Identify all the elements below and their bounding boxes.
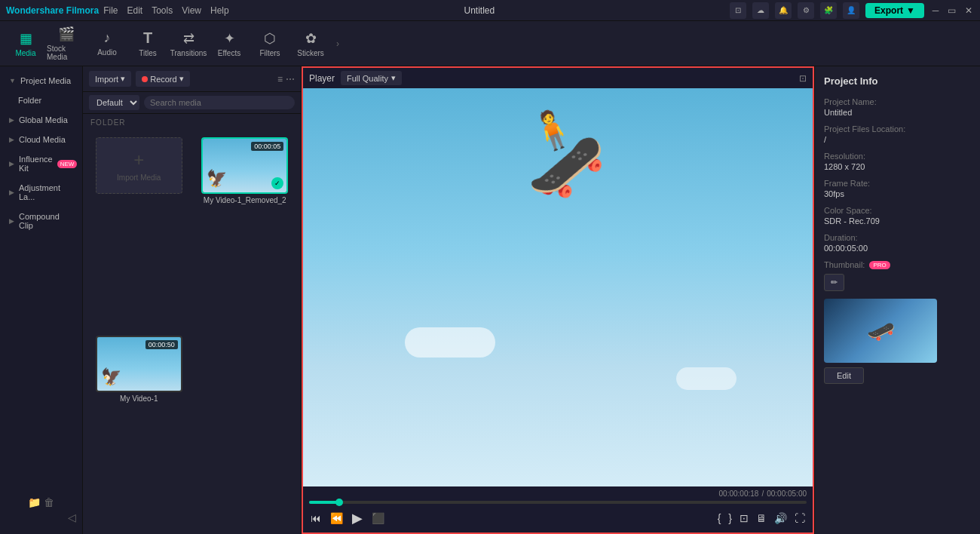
colorspace-value: SDR - Rec.709 — [824, 216, 971, 226]
sidebar-item-adjustment[interactable]: ▶ Adjustment La... — [3, 179, 79, 206]
stickers-icon: ✿ — [305, 30, 317, 47]
project-files-value: / — [824, 135, 971, 144]
main-area: ▼ Project Media Folder ▶ Global Media ▶ … — [0, 66, 980, 534]
record-label: Record — [150, 75, 176, 84]
sidebar-item-cloud-media[interactable]: ▶ Cloud Media — [3, 130, 79, 149]
titlebar-left: Wondershare Filmora File Edit Tools View… — [6, 5, 229, 16]
settings-icon[interactable]: ⚙ — [798, 2, 814, 19]
sidebar-folder-label: Folder — [18, 96, 41, 105]
import-media-placeholder[interactable]: + Import Media — [96, 137, 182, 194]
window-minimize[interactable]: ─ — [930, 5, 941, 16]
menu-edit[interactable]: Edit — [127, 5, 142, 16]
crop-button[interactable]: ⊡ — [738, 511, 750, 526]
preview-video: 🛹 🧍 — [303, 88, 813, 486]
fullscreen-button[interactable]: ⛶ — [793, 511, 807, 526]
puzzle-icon[interactable]: 🧩 — [820, 2, 837, 19]
skip-back-button[interactable]: ⏮ — [309, 511, 323, 526]
menu-file[interactable]: File — [103, 5, 118, 16]
mark-out-button[interactable]: } — [727, 511, 733, 526]
filter-icon-button[interactable]: ≡ — [277, 74, 283, 84]
toolbar-expand-button[interactable]: › — [332, 24, 344, 63]
media-filter-bar: Default — [83, 92, 301, 114]
sidebar-item-global-media[interactable]: ▶ Global Media — [3, 111, 79, 129]
chevron-icon: ▼ — [9, 77, 16, 84]
audio-icon: ♪ — [104, 30, 111, 46]
new-folder-button[interactable]: 📁 — [28, 496, 41, 508]
info-row-framerate: Frame Rate: 30fps — [824, 179, 971, 198]
thumbnail-edit-button[interactable]: Edit — [824, 367, 864, 384]
project-info-panel: Project Info Project Name: Untitled Proj… — [814, 66, 980, 534]
list-item[interactable]: 🦅 00:00:05 ✓ My Video-1_Removed_2 — [195, 137, 296, 330]
delete-button[interactable]: 🗑 — [44, 496, 54, 508]
screen-button[interactable]: 🖥 — [755, 511, 768, 526]
window-restore[interactable]: ▭ — [947, 5, 957, 16]
media-thumb[interactable]: 🦅 00:00:50 — [96, 336, 182, 392]
import-media-label: Import Media — [117, 173, 161, 182]
project-name-label: Project Name: — [824, 97, 971, 106]
media-actions: ≡ ⋯ — [277, 74, 295, 84]
search-input[interactable] — [144, 96, 295, 109]
transitions-label: Transitions — [170, 49, 207, 57]
progress-handle[interactable] — [335, 499, 343, 506]
volume-button[interactable]: 🔊 — [773, 511, 789, 526]
toolbar-item-filters[interactable]: ⬡ Filters — [250, 24, 289, 63]
cloud-shape — [405, 327, 495, 358]
export-button[interactable]: Export ▼ — [865, 3, 924, 18]
quality-select[interactable]: Full Quality ▾ — [341, 71, 402, 85]
cloud-icon[interactable]: ☁ — [752, 2, 769, 19]
more-options-button[interactable]: ⋯ — [286, 74, 295, 84]
menu-tools[interactable]: Tools — [152, 5, 173, 16]
effects-icon: ✦ — [224, 30, 235, 47]
minimize-to-tray-icon[interactable]: ⊡ — [730, 2, 746, 19]
list-item[interactable]: 🦅 00:00:50 My Video-1 — [89, 336, 189, 528]
transitions-icon: ⇄ — [183, 30, 194, 47]
info-row-files: Project Files Location: / — [824, 124, 971, 144]
menu-view[interactable]: View — [182, 5, 201, 16]
media-grid: + Import Media 🦅 00:00:05 ✓ My Video-1_R… — [83, 131, 301, 534]
list-item[interactable]: + Import Media — [89, 137, 189, 330]
player-tab[interactable]: Player — [309, 73, 335, 84]
titles-label: Titles — [139, 49, 157, 57]
collapse-panel-button[interactable]: ◁ — [68, 511, 76, 523]
media-item-name: My Video-1_Removed_2 — [204, 196, 286, 204]
menu-help[interactable]: Help — [210, 5, 229, 16]
toolbar-item-effects[interactable]: ✦ Effects — [210, 24, 249, 63]
toolbar-item-stickers[interactable]: ✿ Stickers — [291, 24, 330, 63]
frame-back-button[interactable]: ⏪ — [329, 511, 345, 526]
media-thumb-selected[interactable]: 🦅 00:00:05 ✓ — [201, 137, 288, 194]
toolbar-item-transitions[interactable]: ⇄ Transitions — [169, 24, 208, 63]
sidebar-item-compound-clip[interactable]: ▶ Compound Clip — [3, 207, 79, 235]
ctrl-left-buttons: ⏮ ⏪ ▶ ⬛ — [309, 508, 386, 528]
project-name-value: Untitled — [824, 108, 971, 117]
sidebar-item-influence-kit[interactable]: ▶ Influence Kit NEW — [3, 150, 79, 177]
import-button[interactable]: Import ▾ — [89, 71, 131, 87]
filter-select[interactable]: Default — [89, 95, 139, 110]
new-badge: NEW — [57, 160, 78, 168]
pro-badge: PRO — [869, 261, 890, 269]
thumbnail-pencil-button[interactable]: ✏ — [824, 274, 844, 291]
window-close[interactable]: ✕ — [963, 5, 974, 16]
toolbar-item-audio[interactable]: ♪ Audio — [87, 24, 127, 63]
thumbnail-preview: 🛹 — [824, 299, 937, 363]
notification-icon[interactable]: 🔔 — [775, 2, 792, 19]
record-button[interactable]: Record ▾ — [136, 71, 189, 87]
stop-button[interactable]: ⬛ — [370, 511, 386, 526]
export-chevron: ▼ — [906, 5, 915, 16]
total-time: 00:00:05:00 — [767, 490, 807, 498]
progress-bar[interactable] — [309, 501, 807, 504]
toolbar-item-media[interactable]: ▦ Media — [6, 24, 45, 63]
clip-duration: 00:00:50 — [145, 340, 178, 349]
sidebar-item-project-media[interactable]: ▼ Project Media — [3, 72, 79, 90]
account-icon[interactable]: 👤 — [843, 2, 859, 19]
mark-in-button[interactable]: { — [716, 511, 723, 526]
play-button[interactable]: ▶ — [351, 508, 364, 528]
preview-expand-button[interactable]: ⊡ — [799, 73, 807, 84]
sidebar-global-media-label: Global Media — [19, 115, 68, 124]
bird-icon: 🦅 — [101, 367, 121, 387]
app-logo: Wondershare Filmora — [6, 5, 99, 16]
toolbar-item-titles[interactable]: T Titles — [128, 24, 167, 63]
preview-area: Player Full Quality ▾ ⊡ 🛹 🧍 00:00:00:18 … — [302, 66, 814, 534]
toolbar-item-stock-media[interactable]: 🎬 Stock Media — [47, 24, 86, 63]
project-info-title: Project Info — [824, 75, 971, 87]
sidebar-item-folder[interactable]: Folder — [3, 91, 79, 109]
